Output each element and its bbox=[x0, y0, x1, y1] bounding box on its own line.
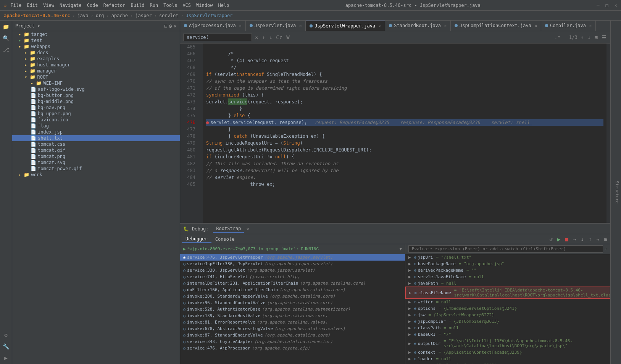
evaluate-btn[interactable]: ⊞ bbox=[603, 235, 609, 243]
tree-item[interactable]: ▸ 📁WEB-INF bbox=[12, 80, 180, 86]
step-into-btn[interactable]: ↓ bbox=[579, 235, 585, 243]
search-input[interactable] bbox=[183, 34, 252, 41]
variable-item[interactable]: ▶⊕ classFileName= "E:\soft\Intellij IDEA… bbox=[405, 287, 610, 299]
sidebar-toolbar[interactable]: ⊟ ⚙ ✕ bbox=[164, 23, 177, 29]
tree-item[interactable]: 📄asf-logo-wide.svg bbox=[12, 86, 180, 92]
step-out-btn[interactable]: ↑ bbox=[587, 235, 593, 243]
tree-item[interactable]: 📄index.jsp bbox=[12, 129, 180, 135]
filter-results-icon[interactable]: ☰ bbox=[601, 34, 607, 41]
variable-item[interactable]: ▶⊕ options= {EmbeddedServletOptions@3241… bbox=[405, 305, 610, 312]
close-btn[interactable]: ✕ bbox=[615, 3, 617, 8]
stack-frame[interactable]: ○service:330, JspServlet (org.apache.jas… bbox=[180, 267, 405, 274]
variable-item[interactable]: ▶⊕ basePackageName= "org.apache.jsp" bbox=[405, 261, 610, 267]
tree-item[interactable]: ▸ 📁manager bbox=[12, 68, 180, 74]
settings-icon[interactable]: 🔧 bbox=[2, 342, 11, 351]
tab-close-btn[interactable]: ✕ bbox=[535, 24, 537, 28]
var-expand-icon[interactable]: ▶ bbox=[408, 274, 411, 279]
stack-frame[interactable]: ◉service:476, JspServletWrapper (org.apa… bbox=[180, 254, 405, 261]
tree-item[interactable]: ▾ 📁webapps bbox=[12, 43, 180, 50]
menu-bar[interactable]: File Edit View Navigate Code Refactor Bu… bbox=[10, 3, 229, 8]
tab-close-btn[interactable]: ✕ bbox=[379, 24, 381, 28]
collapse-all-icon[interactable]: ⊟ bbox=[164, 23, 167, 29]
variable-item[interactable]: ▶⊕ context= {ApplicationContextFacade@32… bbox=[405, 349, 610, 356]
variable-item[interactable]: ▶⊕ baseURI= "/" bbox=[405, 331, 610, 338]
stack-frame[interactable]: ○service:476, AjpProcessor (org.apache.c… bbox=[180, 345, 405, 351]
whole-word-btn[interactable]: W bbox=[285, 34, 290, 41]
console-tab[interactable]: Console bbox=[211, 236, 239, 243]
tree-item[interactable]: ▾ 📁ROOT bbox=[12, 74, 180, 80]
tab-close-btn[interactable]: ✕ bbox=[239, 24, 242, 28]
var-expand-icon[interactable]: ▶ bbox=[408, 268, 411, 273]
tab-JspCompilationContext-java[interactable]: JspCompilationContext.java✕ bbox=[451, 21, 541, 31]
step-over-btn[interactable]: → bbox=[571, 235, 577, 243]
find-icon[interactable]: 🔍 bbox=[2, 34, 11, 43]
variable-item[interactable]: ▶⊕ classPath= null bbox=[405, 325, 610, 331]
var-expand-icon[interactable]: ▶ bbox=[408, 281, 411, 286]
tree-item[interactable]: 📄tomcat.svg bbox=[12, 159, 180, 166]
var-expand-icon[interactable]: ▶ bbox=[408, 319, 411, 324]
var-expand-icon[interactable]: ▶ bbox=[408, 261, 411, 266]
tree-item[interactable]: 📄bg-button.png bbox=[12, 92, 180, 98]
tree-item[interactable]: 📄favicon.ico bbox=[12, 117, 180, 123]
tree-item[interactable]: 📄tomcat.css bbox=[12, 141, 180, 147]
menu-run[interactable]: Run bbox=[150, 3, 158, 8]
tree-item[interactable]: 📄tomcat.png bbox=[12, 153, 180, 159]
variable-item[interactable]: ▶⊕ rctr= {JspRuntimeContext@3242} bbox=[405, 362, 610, 364]
var-expand-icon[interactable]: ▶ bbox=[408, 300, 411, 304]
variable-item[interactable]: ▶⊕ outputDir= "E:\soft\Intellij IDEA\dat… bbox=[405, 338, 610, 349]
menu-code[interactable]: Code bbox=[87, 3, 98, 8]
stack-frame[interactable]: ○invoke:528, AuthenticatorBase (org.apac… bbox=[180, 306, 405, 312]
breadcrumb-org[interactable]: org bbox=[96, 13, 104, 18]
var-expand-icon[interactable]: ▶ bbox=[409, 290, 411, 295]
sidebar-close-icon[interactable]: ✕ bbox=[174, 23, 177, 29]
resume-btn[interactable]: ▶ bbox=[556, 235, 562, 243]
stack-frame[interactable]: ○serviceJspFile:386, JspServlet (org.apa… bbox=[180, 261, 405, 267]
stack-frame[interactable]: ○invoke:87, StandardEngineValve (org.apa… bbox=[180, 332, 405, 338]
evaluate-input[interactable] bbox=[408, 245, 603, 253]
tab-close-btn[interactable]: ✕ bbox=[444, 24, 447, 28]
tab-StandardRoot-java[interactable]: StandardRoot.java✕ bbox=[385, 21, 451, 31]
variable-item[interactable]: ▶⊕ jspUri= "/shell.txt" bbox=[405, 254, 610, 261]
tree-item[interactable]: 📄shell.txt bbox=[12, 135, 180, 141]
match-case-btn[interactable]: Cc bbox=[275, 34, 283, 41]
structure-icon[interactable]: ⚙ bbox=[2, 330, 11, 340]
variable-item[interactable]: ▶⊕ javaPath= null bbox=[405, 280, 610, 287]
variable-item[interactable]: ▶⊕ writer= null bbox=[405, 299, 610, 305]
git-icon[interactable]: ⎇ bbox=[2, 45, 11, 54]
variable-item[interactable]: ▶⊕ jspCompiler= {JDTCompiler@3613} bbox=[405, 318, 610, 325]
tree-item[interactable]: 📄bg-nav.png bbox=[12, 105, 180, 111]
tab-JspServlet-java[interactable]: JspServlet.java✕ bbox=[246, 21, 306, 31]
tree-item[interactable]: 📄bg-upper.png bbox=[12, 111, 180, 117]
menu-help[interactable]: Help bbox=[218, 3, 229, 8]
stop-btn[interactable]: ■ bbox=[563, 235, 569, 243]
var-expand-icon[interactable]: ▶ bbox=[408, 350, 411, 355]
variable-item[interactable]: ▶⊕ servletJavaFileName= null bbox=[405, 274, 610, 280]
stack-frame[interactable]: ○invoke:139, StandardHostValve (org.apac… bbox=[180, 312, 405, 319]
tree-item[interactable]: 📄tomcat-power.gif bbox=[12, 166, 180, 172]
stack-frame[interactable]: ○service:741, HttpServlet (javax.servlet… bbox=[180, 274, 405, 280]
stack-frame[interactable]: ○internalDoFilter:231, ApplicationFilter… bbox=[180, 280, 405, 287]
structure-label[interactable]: Structure bbox=[613, 178, 621, 207]
menu-navigate[interactable]: Navigate bbox=[60, 3, 82, 8]
variable-item[interactable]: ▶⊕ jsw= {JspServletWrapper@3272} bbox=[405, 312, 610, 318]
add-watch-icon[interactable]: + bbox=[605, 246, 607, 252]
breadcrumb-java[interactable]: java bbox=[77, 13, 89, 18]
code-editor[interactable]: 4654664674684694704714724734744754764774… bbox=[180, 43, 610, 223]
tree-item[interactable]: ▸ 📁test bbox=[12, 37, 180, 43]
search-clear-btn[interactable]: ✕ bbox=[254, 34, 259, 41]
rerun-btn[interactable]: ↺ bbox=[548, 235, 554, 243]
stack-frame[interactable]: ○invoke:200, StandardWrapperValve (org.a… bbox=[180, 293, 405, 300]
filter-icon[interactable]: ▼ bbox=[399, 246, 402, 251]
menu-tools[interactable]: Tools bbox=[163, 3, 177, 8]
tree-item[interactable]: ▸ 📁target bbox=[12, 31, 180, 37]
stack-frame[interactable]: ○invoke:96, StandardContextValve (org.ap… bbox=[180, 300, 405, 306]
var-expand-icon[interactable]: ▶ bbox=[408, 312, 411, 317]
breadcrumb-jasper[interactable]: jasper bbox=[135, 13, 152, 18]
tab-close-btn[interactable]: ✕ bbox=[299, 24, 302, 28]
stack-frame[interactable]: ○service:343, CoyoteAdapter (org.apache.… bbox=[180, 338, 405, 345]
var-expand-icon[interactable]: ▶ bbox=[408, 306, 411, 311]
breadcrumb-servlet[interactable]: servlet bbox=[159, 13, 179, 18]
tab-JspServletWrapper-java[interactable]: JspServletWrapper.java✕ bbox=[306, 21, 385, 31]
project-icon[interactable]: 📁 bbox=[2, 22, 11, 31]
tree-item[interactable]: ▸ 📁work bbox=[12, 172, 180, 178]
